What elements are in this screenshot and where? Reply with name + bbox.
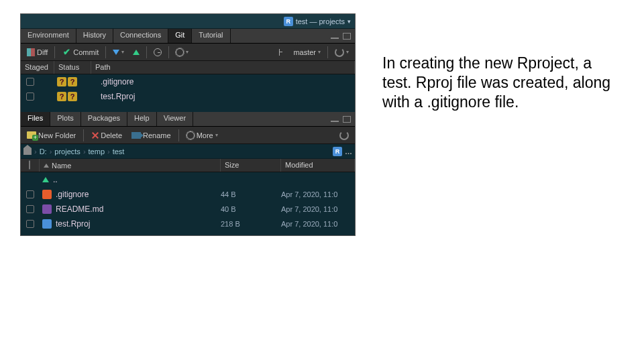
rename-icon [131,132,141,139]
git-row[interactable]: ? ? test.Rproj [21,89,355,104]
col-path[interactable]: Path [91,61,355,74]
col-checkbox[interactable] [21,159,40,172]
check-icon: ✔ [62,48,71,57]
git-table-header: Staged Status Path [21,61,355,74]
separator [83,129,84,141]
delete-button[interactable]: Delete [88,130,125,141]
maximize-icon[interactable] [343,116,351,123]
history-button[interactable] [150,47,165,58]
breadcrumb-sep: › [50,147,52,156]
col-name[interactable]: Name [40,159,221,172]
tab-plots[interactable]: Plots [50,112,80,126]
files-tabs-spacer [193,112,355,126]
diff-button[interactable]: Diff [23,47,51,58]
gear-icon [186,131,195,139]
file-checkbox[interactable] [26,220,34,228]
col-staged[interactable]: Staged [21,61,54,74]
file-row[interactable]: README.md 40 B Apr 7, 2020, 11:0 [21,202,355,217]
env-tabs: Environment History Connections Git Tuto… [21,29,355,44]
status-unknown-icon: ? [57,92,66,101]
file-size: 44 B [221,190,281,198]
col-status[interactable]: Status [54,61,91,74]
crumb-drive[interactable]: D: [40,147,47,156]
tab-connections[interactable]: Connections [113,29,168,43]
r-project-icon: R [284,17,293,26]
tab-viewer[interactable]: Viewer [157,112,193,126]
overflow-icon[interactable]: … [345,147,352,156]
tab-environment[interactable]: Environment [21,29,76,43]
more-button[interactable]: More ▾ [183,130,221,141]
minimize-icon[interactable] [331,121,339,122]
separator [54,46,55,58]
file-checkbox[interactable] [26,205,34,213]
project-bar: R test — projects ▾ [21,14,355,29]
new-folder-icon [27,131,36,139]
crumb-test[interactable]: test [113,147,125,156]
delete-label: Delete [101,131,122,139]
separator [146,46,147,58]
sort-asc-icon [44,164,49,168]
files-table-body: .. .gitignore 44 B Apr 7, 2020, 11:0 REA… [21,172,355,235]
stage-checkbox[interactable] [26,78,34,86]
col-modified[interactable]: Modified [281,159,355,172]
tab-git[interactable]: Git [168,29,192,43]
tab-history[interactable]: History [76,29,113,43]
tab-tutorial[interactable]: Tutorial [192,29,230,43]
slide-caption: In creating the new Rproject, a test. Rp… [382,54,617,111]
stage-checkbox[interactable] [26,93,34,101]
minimize-icon[interactable] [331,38,339,39]
project-name[interactable]: test — projects [296,17,345,25]
commit-button[interactable]: ✔ Commit [58,46,102,58]
more-label: More [197,131,213,139]
delete-icon [91,131,99,139]
git-more-button[interactable]: ▾ [172,47,192,58]
diff-icon [27,48,35,56]
pull-button[interactable]: ▾ [109,48,127,56]
file-checkbox[interactable] [26,190,34,198]
crumb-temp[interactable]: temp [89,147,105,156]
rename-button[interactable]: Rename [128,130,174,141]
refresh-files-button[interactable] [336,129,352,141]
file-modified: Apr 7, 2020, 11:0 [281,190,355,198]
refresh-icon [339,131,349,140]
refresh-icon [335,48,344,57]
branch-select[interactable]: master ▾ [290,47,324,58]
file-modified: Apr 7, 2020, 11:0 [281,205,355,213]
rproj-file-icon [42,219,52,229]
tab-packages[interactable]: Packages [81,112,127,126]
maximize-icon[interactable] [343,33,351,40]
col-size[interactable]: Size [221,159,281,172]
commit-label: Commit [73,48,99,56]
crumb-projects[interactable]: projects [54,147,80,156]
files-toolbar: New Folder Delete Rename More ▾ [21,127,355,144]
markdown-file-icon [42,204,52,214]
diff-label: Diff [37,48,48,56]
separator [105,46,106,58]
git-table-body: ? ? .gitignore ? ? test.Rproj [21,74,355,112]
status-unknown-icon: ? [57,77,66,86]
chevron-down-icon: ▾ [215,132,218,138]
file-row-up[interactable]: .. [21,172,355,187]
refresh-button[interactable]: ▾ [331,46,352,58]
new-folder-button[interactable]: New Folder [23,130,79,141]
breadcrumb-sep: › [107,147,110,156]
git-row[interactable]: ? ? .gitignore [21,74,355,89]
pull-icon [113,50,119,55]
home-icon[interactable] [23,148,32,155]
folder-up-icon [42,177,49,182]
breadcrumb: › D: › projects › temp › test R … [21,144,355,159]
push-icon [133,50,140,55]
col-name-label: Name [52,162,71,170]
chevron-down-icon: ▾ [318,49,321,55]
r-project-icon[interactable]: R [333,147,342,156]
chevron-down-icon[interactable]: ▾ [347,18,351,25]
new-branch-button[interactable] [274,48,288,57]
file-name: README.md [56,204,103,214]
push-button[interactable] [129,48,143,56]
git-toolbar: Diff ✔ Commit ▾ ▾ master ▾ ▾ [21,44,355,61]
file-row[interactable]: test.Rproj 218 B Apr 7, 2020, 11:0 [21,217,355,231]
branch-name: master [293,48,316,56]
tab-help[interactable]: Help [127,112,157,126]
tab-files[interactable]: Files [21,112,50,126]
file-row[interactable]: .gitignore 44 B Apr 7, 2020, 11:0 [21,187,355,202]
